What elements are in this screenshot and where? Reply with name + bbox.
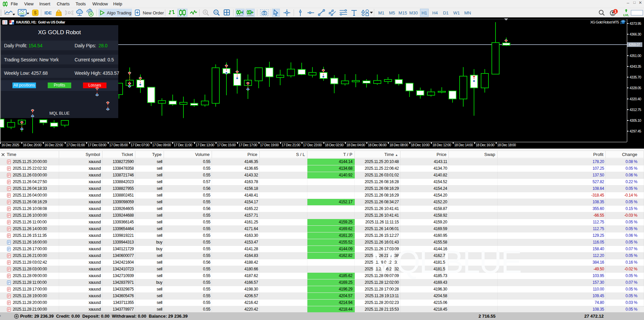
svg-text:16 Dec 22:00: 16 Dec 22:00 xyxy=(44,143,63,147)
svg-text:18 Dec 18:00: 18 Dec 18:00 xyxy=(497,143,516,147)
svg-text:18 Dec 12:00: 18 Dec 12:00 xyxy=(432,143,451,147)
svg-text:4366.30: 4366.30 xyxy=(630,32,641,36)
svg-text:17 Dec 21:00: 17 Dec 21:00 xyxy=(282,143,300,147)
svg-text:LVL: LVL xyxy=(623,13,629,17)
svg-text:18 Dec 06:00: 18 Dec 06:00 xyxy=(368,143,387,147)
svg-text:4312.75: 4312.75 xyxy=(630,108,641,112)
svg-text:16 Dec 20:00: 16 Dec 20:00 xyxy=(23,143,42,147)
svg-text:4335.70: 4335.70 xyxy=(630,75,641,79)
svg-text:4320.40: 4320.40 xyxy=(630,97,641,101)
svg-text:4297.45: 4297.45 xyxy=(630,129,641,133)
svg-text:4328.05: 4328.05 xyxy=(630,86,641,90)
svg-text:18 Dec 16:00: 18 Dec 16:00 xyxy=(476,143,495,147)
svg-text:$: $ xyxy=(34,10,37,15)
svg-text:4373.95: 4373.95 xyxy=(630,21,641,25)
svg-text:4305.10: 4305.10 xyxy=(630,118,641,122)
svg-text:17 Dec 11:00: 17 Dec 11:00 xyxy=(174,143,192,147)
svg-text:4359.07: 4359.07 xyxy=(629,43,640,47)
svg-text:18 Dec 14:00: 18 Dec 14:00 xyxy=(454,143,473,147)
svg-text:17 Dec 13:00: 17 Dec 13:00 xyxy=(196,143,214,147)
svg-text:17 Dec 09:00: 17 Dec 09:00 xyxy=(152,143,171,147)
svg-text:17 Dec 17:00: 17 Dec 17:00 xyxy=(239,143,257,147)
svg-text:17 Dec 19:00: 17 Dec 19:00 xyxy=(260,143,279,147)
svg-text:17 Dec 03:00: 17 Dec 03:00 xyxy=(88,143,106,147)
svg-text:17 Dec 07:00: 17 Dec 07:00 xyxy=(131,143,149,147)
svg-text:17 Dec 05:00: 17 Dec 05:00 xyxy=(109,143,128,147)
svg-text:1: 1 xyxy=(614,9,616,13)
svg-text:16 Dec 2025: 16 Dec 2025 xyxy=(1,143,19,147)
svg-text:4343.35: 4343.35 xyxy=(630,64,641,68)
svg-text:17 Dec 15:00: 17 Dec 15:00 xyxy=(217,143,236,147)
svg-text:18 Dec 02:00: 18 Dec 02:00 xyxy=(325,143,344,147)
svg-text:18 Dec 04:00: 18 Dec 04:00 xyxy=(346,143,365,147)
svg-text:18 Dec 10:00: 18 Dec 10:00 xyxy=(411,143,430,147)
svg-text:18 Dec 08:00: 18 Dec 08:00 xyxy=(389,143,408,147)
svg-text:17 Dec 01:00: 17 Dec 01:00 xyxy=(66,143,85,147)
svg-text:4351.00: 4351.00 xyxy=(630,54,641,58)
svg-text:17 Dec 23:00: 17 Dec 23:00 xyxy=(303,143,322,147)
